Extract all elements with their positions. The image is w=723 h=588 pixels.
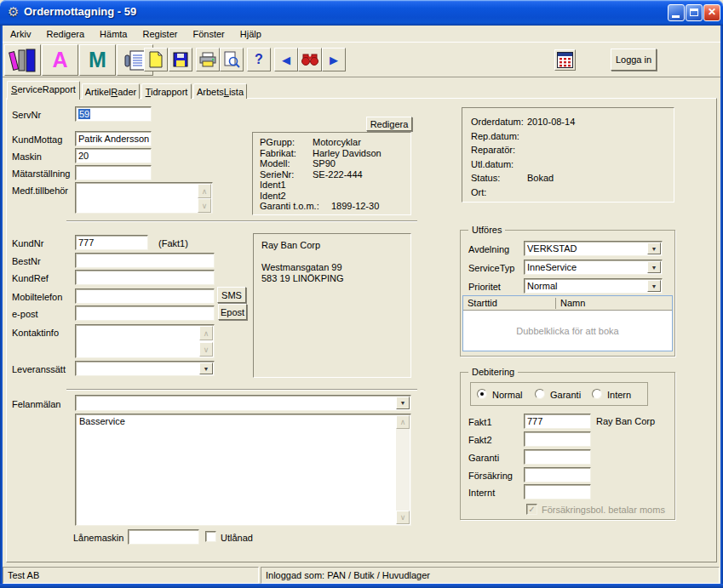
column-namn: Namn [560,298,585,308]
previous-button[interactable]: ◀ [274,48,298,71]
radio-normal-label[interactable]: Normal [492,390,522,400]
bestnr-label: BestNr [12,256,41,266]
garanti-input[interactable] [524,449,591,465]
order-row: Reparatör: [471,143,665,157]
leveranssatt-select[interactable]: ▼ [75,361,215,376]
separator [66,389,417,391]
servnr-input[interactable]: 59 [75,106,152,122]
avdelning-label: Avdelning [468,244,509,254]
help-button[interactable]: ? [247,48,271,71]
menu-hjalp[interactable]: Hjälp [232,27,269,41]
order-row: Status:Bokad [471,171,665,186]
fakt2-label: Fakt2 [468,435,492,445]
menu-hamta[interactable]: Hämta [92,27,135,41]
minimize-button[interactable] [668,4,685,21]
radio-garanti[interactable] [535,389,545,399]
dropdown-button[interactable]: ▼ [647,280,661,292]
check-icon: ✓ [528,505,535,514]
tab-servicerapport[interactable]: ServiceRapport [7,81,80,100]
dropdown-button[interactable]: ▼ [647,261,661,273]
print-preview-button[interactable] [220,48,244,71]
dropdown-button[interactable]: ▼ [396,397,410,409]
scroll-down-button[interactable]: ∨ [198,198,211,213]
booking-placeholder[interactable]: Dubbelklicka för att boka [463,311,672,351]
servicetyp-label: ServiceTyp [468,263,514,273]
kundnr-input[interactable]: 777 [75,235,148,250]
tab-arbetslista[interactable]: ArbetsLista [193,83,247,99]
menu-redigera[interactable]: Redigera [38,27,92,41]
felanmalan-textarea[interactable]: Basservice ∧ ∨ [75,414,411,526]
lanemaskin-input[interactable] [128,529,199,545]
booking-table[interactable]: Starttid Namn Dubbelklicka för att boka [462,295,673,351]
prioritet-select[interactable]: Normal ▼ [524,278,663,294]
dropdown-button[interactable]: ▼ [647,243,661,254]
window-title: Ordermottagning - 59 [24,5,136,18]
kundref-input[interactable] [75,270,215,285]
tab-tidrapport[interactable]: Tidrapport [141,83,192,99]
menu-arkiv[interactable]: Arkiv [3,27,38,41]
kundmottag-label: KundMottag [12,134,62,145]
machine-row: PGrupp:Motorcyklar [260,137,404,148]
scroll-up-button[interactable]: ∧ [199,326,213,340]
servicetyp-select[interactable]: InneService ▼ [524,260,663,275]
scroll-up-button[interactable]: ∧ [396,415,410,429]
print-button[interactable] [196,48,220,71]
calendar-button[interactable] [554,49,576,71]
scroll-up-button[interactable]: ∧ [198,184,211,198]
moms-checkbox-label: Försäkringsbol. betalar moms [542,505,665,515]
avdelning-select[interactable]: VERKSTAD ▼ [524,241,663,256]
chevron-down-icon: ▼ [651,246,657,252]
kontaktinfo-input[interactable]: ∧ ∨ [75,324,215,358]
statusbar-login-info: Inloggad som: PAN / Butik / Huvudlager [261,567,720,584]
bestnr-input[interactable] [75,253,215,268]
utlanad-checkbox[interactable] [205,531,216,542]
internt-input[interactable] [524,484,591,500]
new-document-button[interactable] [144,48,168,71]
chevron-down-icon: ∨ [204,345,209,354]
books-button[interactable] [4,44,41,76]
tab-label: ArtikelRader [85,87,137,97]
kundmottag-input[interactable]: Patrik Andersson [75,131,152,146]
next-button[interactable]: ▶ [322,48,346,71]
title-bar[interactable]: ⚙ Ordermottagning - 59 ✕ [0,0,723,26]
maximize-button[interactable] [686,4,703,21]
redigera-button[interactable]: Redigera [366,117,412,131]
epost-button[interactable]: Epost [218,304,247,320]
menu-register[interactable]: Register [135,27,186,41]
radio-intern-label[interactable]: Intern [607,390,631,400]
kundref-label: KundRef [12,273,49,283]
tab-artikelrader[interactable]: ArtikelRader [82,83,140,99]
radio-garanti-label[interactable]: Garanti [550,390,581,400]
close-button[interactable]: ✕ [703,4,720,21]
radio-normal[interactable] [477,389,487,399]
felanmalan-select[interactable]: ▼ [75,395,411,411]
dropdown-button[interactable]: ▼ [199,363,213,374]
utfores-title: Utföres [468,225,505,235]
scrollbar[interactable]: ∧ ∨ [396,415,410,524]
utlanad-label[interactable]: Utlånad [221,533,253,543]
forsakring-input[interactable] [524,467,591,482]
search-button[interactable] [298,48,322,71]
mobiltelefon-input[interactable] [75,288,215,304]
login-button[interactable]: Logga in [611,49,657,71]
leveranssatt-label: Leveranssätt [12,364,66,374]
separator [66,220,417,222]
letter-m-button[interactable]: M [79,44,116,76]
machine-row: Garanti t.o.m.:1899-12-30 [260,201,404,212]
scroll-down-button[interactable]: ∨ [199,342,213,357]
fakt1-input[interactable]: 777 [524,414,591,429]
menu-fonster[interactable]: Fönster [185,27,232,41]
medftillbehor-input[interactable]: ∧ ∨ [75,182,213,214]
radio-intern[interactable] [592,389,602,399]
fakt2-input[interactable] [524,431,591,447]
scroll-down-button[interactable]: ∨ [396,511,410,524]
address-box: Ray Ban Corp Westmansgatan 99 583 19 LIN… [253,233,411,378]
sms-button[interactable]: SMS [217,287,246,303]
prioritet-label: Prioritet [468,282,501,292]
matarstallning-input[interactable] [75,165,152,180]
epost-input[interactable] [75,305,215,321]
maskin-input[interactable]: 20 [75,148,152,163]
machine-row: SerieNr:SE-222-444 [260,169,404,180]
save-button[interactable] [169,48,192,71]
letter-a-button[interactable]: A [42,44,78,76]
